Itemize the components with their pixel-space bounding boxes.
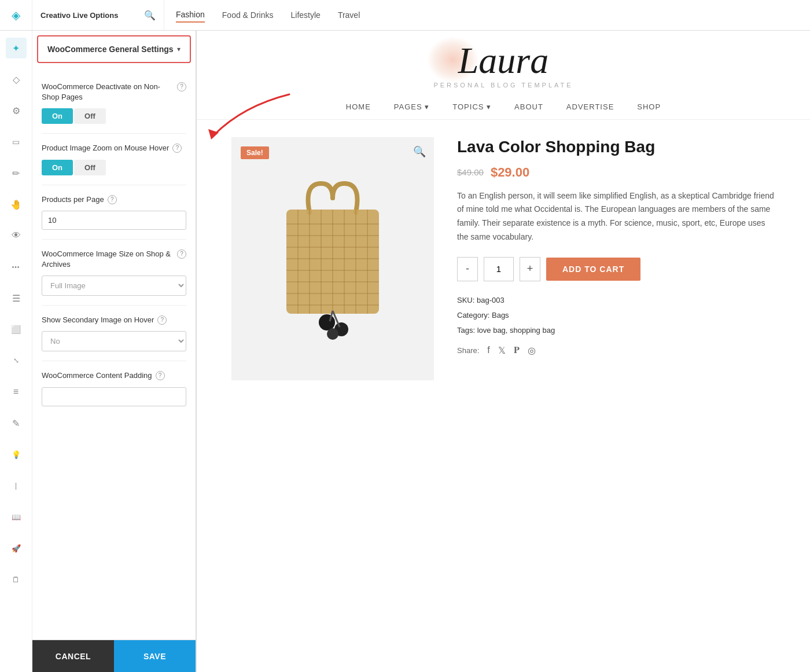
share-label: Share: (457, 346, 479, 355)
svg-point-19 (327, 328, 338, 340)
hand-icon[interactable]: 🤚 (6, 194, 27, 215)
product-tags: Tags: love bag, shopping bag (457, 323, 775, 338)
product-category: Category: Bags (457, 308, 775, 323)
content-padding-input[interactable] (42, 387, 186, 406)
products-per-page-help-icon[interactable]: ? (108, 195, 117, 204)
crop-icon[interactable]: ⤡ (6, 350, 27, 371)
edit-icon[interactable]: ✎ (6, 413, 27, 434)
product-zoom-label: Product Image Zoom on Mouse Hover (42, 143, 169, 153)
site-logo: Laura (458, 42, 549, 79)
twitter-icon[interactable]: 𝕏 (498, 345, 506, 356)
nav-shop[interactable]: SHOP (637, 102, 661, 111)
qty-input[interactable] (484, 257, 514, 281)
svg-point-17 (319, 314, 335, 331)
image-size-help-icon[interactable]: ? (177, 249, 186, 259)
qty-minus-btn[interactable]: - (457, 257, 478, 281)
pencil-icon[interactable]: ✏ (6, 163, 27, 183)
product-price-old: $49.00 (457, 167, 484, 177)
product-zoom-help-icon[interactable]: ? (172, 144, 182, 153)
product-image-wrap: Sale! 🔍 (231, 137, 434, 380)
customize-icon[interactable]: ✦ (6, 38, 27, 58)
nav-advertise[interactable]: ADVERTISE (566, 102, 614, 111)
list-icon[interactable]: ☰ (6, 288, 27, 309)
nav-topics[interactable]: TOPICS ▾ (452, 102, 491, 111)
bulb-icon[interactable]: 💡 (6, 444, 27, 465)
creativo-title: Creativo Live Options (41, 11, 138, 20)
sale-badge: Sale! (241, 146, 269, 159)
settings-header[interactable]: WooCommerce General Settings ▾ (37, 35, 191, 63)
mobile-icon[interactable]: ▭ (6, 131, 27, 152)
woo-deactivate-on-btn[interactable]: On (42, 108, 73, 124)
creativo-logo-icon: ◈ (12, 8, 20, 22)
book-icon[interactable]: 📖 (6, 506, 27, 527)
qty-plus-btn[interactable]: + (520, 257, 540, 281)
product-description: To an English person, it will seem like … (457, 189, 775, 244)
eye-icon[interactable]: 👁 (6, 225, 27, 246)
add-to-cart-button[interactable]: ADD TO CART (546, 258, 640, 281)
more-icon[interactable]: ••• (6, 256, 27, 277)
image-size-label: WooCommerce Image Size on Shop & Archive… (42, 249, 174, 270)
chevron-down-icon: ▾ (177, 45, 181, 53)
pinterest-icon[interactable]: 𝐏 (514, 345, 520, 355)
woo-deactivate-help-icon[interactable]: ? (177, 82, 186, 91)
secondary-image-help-icon[interactable]: ? (157, 315, 167, 325)
product-image (269, 178, 396, 340)
sliders-icon[interactable]: ⚙ (6, 100, 27, 121)
top-nav-travel[interactable]: Travel (338, 8, 360, 22)
whatsapp-icon[interactable]: ◎ (528, 345, 536, 356)
products-per-page-input[interactable] (42, 211, 186, 230)
nav-home[interactable]: HOME (346, 102, 371, 111)
product-sku: SKU: bag-003 (457, 293, 775, 308)
top-nav-food[interactable]: Food & Drinks (222, 8, 274, 22)
save-button[interactable]: SAVE (114, 640, 196, 672)
logo-subtitle: PERSONAL BLOG TEMPLATE (197, 82, 810, 89)
cancel-button[interactable]: CANCEL (32, 640, 114, 672)
settings-header-text: WooCommerce General Settings (47, 45, 174, 54)
secondary-image-label: Show Secondary Image on Hover (42, 315, 154, 325)
pages-icon[interactable]: 🗒 (6, 569, 27, 590)
top-nav-lifestyle[interactable]: Lifestyle (291, 8, 321, 22)
pin-icon[interactable]: | (6, 475, 27, 496)
content-padding-label: WooCommerce Content Padding (42, 370, 152, 381)
menu-icon[interactable]: ≡ (6, 381, 27, 402)
product-price-new: $29.00 (491, 165, 529, 180)
zoom-icon[interactable]: 🔍 (413, 145, 426, 158)
rocket-icon[interactable]: 🚀 (6, 538, 27, 559)
product-zoom-off-btn[interactable]: Off (74, 160, 106, 175)
search-icon[interactable]: 🔍 (144, 10, 156, 21)
product-zoom-on-btn[interactable]: On (42, 160, 73, 175)
woo-deactivate-off-btn[interactable]: Off (74, 108, 106, 124)
layout-icon[interactable]: ⬜ (6, 319, 27, 340)
image-size-select[interactable]: Full Image Medium Thumbnail (42, 276, 186, 296)
facebook-icon[interactable]: f (487, 345, 489, 355)
product-title: Lava Color Shopping Bag (457, 137, 775, 157)
secondary-image-select[interactable]: No Yes (42, 331, 186, 351)
content-padding-help-icon[interactable]: ? (156, 371, 165, 380)
nav-pages[interactable]: PAGES ▾ (394, 102, 429, 111)
diamond-icon[interactable]: ◇ (6, 69, 27, 90)
woo-deactivate-label: WooCommerce Deactivate on Non-Shop Pages (42, 82, 174, 102)
products-per-page-label: Products per Page (42, 194, 104, 205)
nav-about[interactable]: ABOUT (514, 102, 543, 111)
top-nav-fashion[interactable]: Fashion (176, 8, 205, 23)
